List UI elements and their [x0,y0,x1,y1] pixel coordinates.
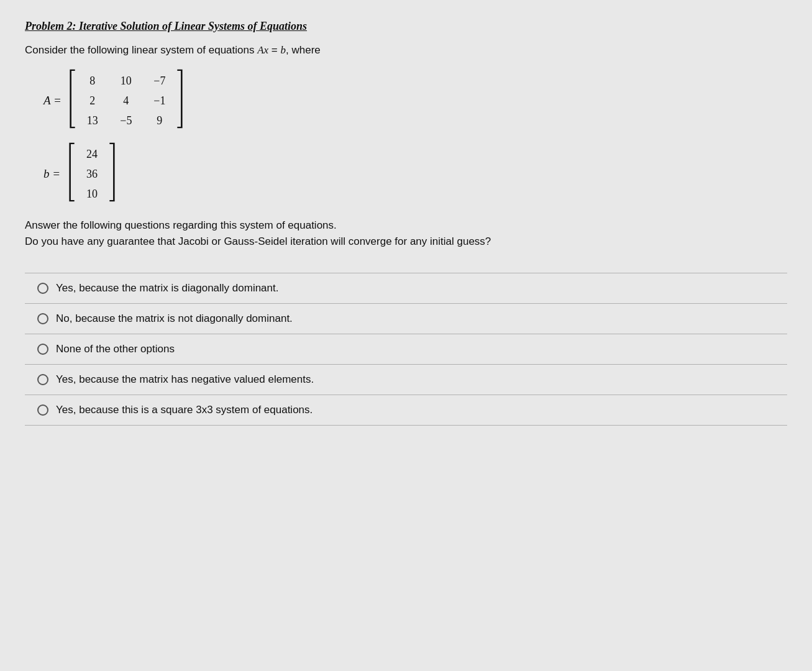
option-label-3: None of the other options [56,343,175,355]
radio-option-2[interactable] [37,313,48,324]
option-row-1[interactable]: Yes, because the matrix is diagonally do… [25,273,787,303]
matrix-cell: 9 [148,111,171,130]
matrix-cell: 8 [81,71,104,90]
option-label-2: No, because the matrix is not diagonally… [56,313,293,325]
right-bracket-b [108,142,117,202]
matrices-section: A = 8 10 −7 2 4 −1 13 −5 9 [43,69,787,206]
page-container: Problem 2: Iterative Solution of Linear … [0,0,812,671]
matrix-cell: 4 [115,91,137,110]
options-section: Yes, because the matrix is diagonally do… [25,273,787,426]
option-label-4: Yes, because the matrix has negative val… [56,373,314,386]
radio-option-1[interactable] [37,283,48,294]
problem-title: Problem 2: Iterative Solution of Linear … [25,20,787,33]
option-row-2[interactable]: No, because the matrix is not diagonally… [25,303,787,334]
question-text: Do you have any guarantee that Jacobi or… [25,235,787,248]
matrix-A-grid: 8 10 −7 2 4 −1 13 −5 9 [76,69,176,132]
answer-intro-text: Answer the following questions regarding… [25,219,787,232]
matrix-cell: 10 [115,71,137,90]
right-bracket-A [176,69,185,129]
matrix-cell: 13 [81,111,104,130]
option-label-1: Yes, because the matrix is diagonally do… [56,282,278,294]
left-bracket-b [67,142,76,202]
matrix-cell: 10 [81,185,103,203]
matrix-b-grid: 24 36 10 [76,142,108,206]
matrix-cell: 36 [81,165,103,183]
option-row-5[interactable]: Yes, because this is a square 3x3 system… [25,395,787,426]
option-label-5: Yes, because this is a square 3x3 system… [56,404,312,416]
matrix-cell: −1 [148,91,171,110]
matrix-cell: −7 [148,71,171,90]
matrix-A-label: A = [43,94,62,107]
option-row-4[interactable]: Yes, because the matrix has negative val… [25,364,787,395]
option-row-3[interactable]: None of the other options [25,334,787,364]
matrix-cell: 24 [81,145,103,163]
intro-text: Consider the following linear system of … [25,44,787,57]
matrix-b-bracket: 24 36 10 [67,142,117,206]
radio-option-5[interactable] [37,404,48,416]
matrix-A-bracket: 8 10 −7 2 4 −1 13 −5 9 [68,69,185,132]
matrix-b-row: b = 24 36 10 [43,142,787,206]
radio-option-3[interactable] [37,344,48,355]
matrix-A-row: A = 8 10 −7 2 4 −1 13 −5 9 [43,69,787,132]
matrix-b-label: b = [43,167,61,181]
matrix-cell: 2 [81,91,104,110]
matrix-cell: −5 [115,111,137,130]
left-bracket-A [68,69,76,129]
radio-option-4[interactable] [37,374,48,385]
